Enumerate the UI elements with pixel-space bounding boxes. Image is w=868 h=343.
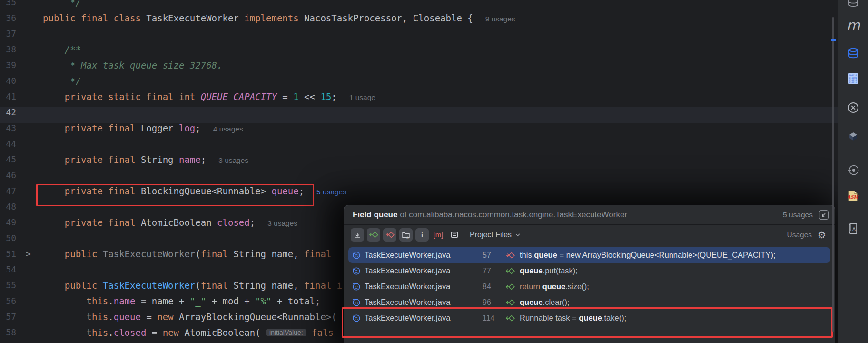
usage-code-preview: this.queue = new ArrayBlockingQueue<Runn…	[520, 251, 776, 260]
svg-text:010011: 010011	[849, 81, 857, 84]
group-by-directory-icon[interactable]: ✳	[399, 228, 413, 242]
svg-text:C: C	[355, 300, 358, 305]
code-token: 15	[320, 91, 331, 102]
code-token: name	[114, 296, 136, 306]
right-tool-rail: m 100110011101110010010011 ASM A	[838, 0, 868, 343]
code-line[interactable]: * Max task queue size 32768.	[43, 60, 223, 76]
build-tool-icon[interactable]	[847, 130, 859, 142]
code-line[interactable]: this.closed = new AtomicBoolean( initial…	[43, 327, 334, 343]
usage-file-name: TaskExecuteWorker.java	[365, 298, 478, 307]
usage-list: CTaskExecuteWorker.java57this.queue = ne…	[344, 245, 835, 328]
usage-line-number: 77	[478, 267, 505, 275]
code-token: = name +	[136, 296, 190, 306]
popup-toolbar: ✳ i [m] Project Files Usages ⚙	[344, 225, 835, 245]
usage-code-preview: Runnable task = queue.take();	[520, 313, 626, 323]
code-line[interactable]: private final BlockingQueue<Runnable> qu…	[43, 186, 346, 202]
usages-count-hint: 1 usage	[349, 93, 375, 101]
usages-link[interactable]: 5 usages	[316, 188, 346, 196]
code-token: AtomicBoolean	[141, 217, 217, 228]
read-access-filter-icon[interactable]	[367, 228, 380, 242]
show-import-statements-icon[interactable]: i	[415, 228, 429, 242]
code-line[interactable]: this.queue = new ArrayBlockingQueue<Runn…	[43, 312, 337, 327]
code-line[interactable]: private final Logger log;4 usages	[43, 123, 243, 139]
usage-code-preview: queue.put(task);	[520, 266, 578, 275]
code-token: */	[43, 76, 81, 86]
documentation-icon[interactable]: A	[847, 222, 859, 235]
code-token: public	[43, 280, 103, 291]
bytecode-viewer-icon[interactable]: 100110011101110010010011	[847, 72, 859, 85]
code-token: public	[43, 249, 103, 259]
run-target-icon[interactable]	[847, 164, 859, 176]
usages-count-hint: 9 usages	[485, 15, 515, 23]
code-token: new	[157, 312, 179, 322]
editor-scrollbar[interactable]	[832, 17, 834, 332]
svg-text:A: A	[852, 226, 856, 232]
svg-text:[m]: [m]	[434, 231, 444, 239]
code-line[interactable]: private final AtomicBoolean closed;3 usa…	[43, 217, 297, 233]
code-line[interactable]: */	[43, 0, 81, 13]
code-token: this	[43, 327, 108, 338]
code-token: private final	[43, 123, 141, 133]
usage-row[interactable]: CTaskExecuteWorker.java57this.queue = ne…	[348, 247, 830, 263]
code-line[interactable]: /**	[43, 44, 81, 60]
usage-row[interactable]: CTaskExecuteWorker.java77queue.put(task)…	[348, 263, 830, 279]
code-token: public final class	[43, 13, 146, 23]
usages-count: 5 usages	[783, 211, 819, 219]
popup-title: Field queue	[353, 210, 397, 220]
usage-row[interactable]: CTaskExecuteWorker.java84return queue.si…	[348, 279, 830, 294]
code-token: private final	[43, 154, 141, 165]
usage-line-number: 57	[478, 251, 505, 260]
usage-file-name: TaskExecuteWorker.java	[365, 282, 478, 291]
chevron-down-icon	[515, 233, 521, 237]
ide-window: 3536373839404142434445464748495051>54555…	[0, 0, 868, 343]
find-usages-popup: Field queue of com.alibaba.nacos.common.…	[344, 205, 835, 343]
usage-row[interactable]: CTaskExecuteWorker.java114Runnable task …	[348, 310, 830, 326]
maven-icon[interactable]: m	[847, 19, 859, 31]
code-token: queue	[271, 186, 298, 196]
preview-usages-icon[interactable]	[448, 228, 461, 242]
scope-label: Project Files	[470, 231, 512, 239]
code-token: .	[108, 327, 113, 338]
code-line[interactable]: */	[43, 76, 81, 91]
class-icon: C	[352, 251, 365, 260]
code-token: queue	[114, 312, 141, 322]
x-circle-plugin-icon[interactable]	[847, 101, 859, 114]
write-access-icon	[505, 251, 519, 260]
merge-usages-icon[interactable]	[351, 228, 364, 242]
code-token: ;	[195, 123, 200, 133]
code-token: TaskExecuteWorker	[103, 249, 195, 259]
svg-text:✳: ✳	[406, 236, 409, 240]
code-token: + mod +	[206, 296, 255, 306]
code-token: fals	[312, 327, 334, 338]
code-line[interactable]: public final class TaskExecuteWorker imp…	[43, 13, 515, 29]
code-line[interactable]: public TaskExecuteWorker(final String na…	[43, 280, 342, 296]
popup-subtitle: of com.alibaba.nacos.common.task.engine.…	[397, 210, 627, 220]
database-blue-icon[interactable]	[847, 47, 859, 60]
code-token: new	[163, 327, 185, 338]
usages-tab-label: Usages	[787, 231, 812, 239]
code-token: + total;	[272, 296, 321, 306]
svg-text:C: C	[355, 268, 358, 273]
code-token: this	[43, 296, 108, 306]
database-dim-icon[interactable]	[847, 0, 859, 8]
read-access-icon	[505, 298, 519, 307]
code-line[interactable]: private static final int QUEUE_CAPACITY …	[43, 91, 375, 107]
code-token: /**	[43, 44, 81, 55]
asm-viewer-icon[interactable]: ASM	[847, 190, 859, 202]
read-access-icon	[505, 282, 519, 291]
gear-icon[interactable]: ⚙	[818, 230, 826, 240]
code-token: =	[141, 312, 157, 322]
scope-selector[interactable]: Project Files	[470, 231, 521, 239]
read-access-icon	[505, 314, 519, 323]
read-access-icon	[505, 267, 519, 275]
code-line[interactable]: this.name = name + "_" + mod + "%" + tot…	[43, 296, 320, 312]
method-filter-icon[interactable]: [m]	[432, 228, 445, 242]
code-token: ;	[299, 186, 304, 196]
write-access-filter-icon[interactable]	[383, 228, 396, 242]
open-in-tool-window-icon[interactable]	[819, 210, 829, 220]
usage-row[interactable]: CTaskExecuteWorker.java96queue.clear();	[348, 294, 830, 310]
code-token: this	[43, 312, 108, 322]
code-line[interactable]: private final String name;3 usages	[43, 154, 248, 170]
code-token: final	[201, 280, 234, 291]
code-line[interactable]: public TaskExecuteWorker(final String na…	[43, 249, 337, 264]
